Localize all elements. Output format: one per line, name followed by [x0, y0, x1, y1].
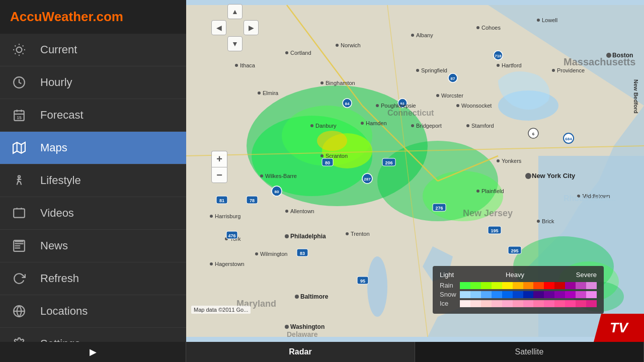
svg-point-35 [317, 131, 347, 151]
svg-text:Cohoes: Cohoes [481, 25, 501, 31]
svg-point-109 [346, 232, 349, 235]
snow-bar [460, 291, 597, 298]
svg-text:Wilkes-Barre: Wilkes-Barre [265, 173, 297, 179]
svg-point-97 [525, 173, 531, 179]
svg-text:Massachusetts: Massachusetts [564, 56, 635, 67]
svg-point-67 [320, 81, 324, 84]
svg-point-57 [336, 44, 339, 47]
svg-point-63 [537, 19, 540, 22]
sidebar-item-current[interactable]: Current [0, 34, 186, 66]
bottom-tabs: RadarSatellite [186, 342, 644, 362]
svg-text:Springfield: Springfield [421, 67, 447, 73]
svg-rect-19 [14, 209, 25, 217]
svg-text:15: 15 [17, 115, 22, 120]
rain-bar [460, 282, 597, 289]
ice-bar [460, 300, 597, 307]
svg-point-121 [285, 325, 289, 329]
running-icon [10, 171, 28, 190]
svg-text:Providence: Providence [557, 67, 585, 73]
svg-text:476: 476 [228, 233, 235, 238]
svg-text:Lowell: Lowell [542, 17, 557, 23]
sidebar-item-label-lifestyle: Lifestyle [40, 174, 81, 187]
svg-point-95 [497, 159, 500, 162]
svg-point-117 [210, 262, 213, 265]
svg-line-4 [23, 53, 24, 54]
sun-icon [10, 41, 28, 59]
sidebar: AccuWeather.com CurrentHourly15ForecastM… [0, 0, 186, 342]
zoom-out-button[interactable]: − [211, 167, 227, 183]
svg-text:195: 195 [491, 228, 498, 233]
sidebar-item-refresh[interactable]: Refresh [0, 262, 186, 295]
nav-down-button[interactable]: ▼ [227, 36, 243, 51]
svg-text:Philadelphia: Philadelphia [290, 233, 326, 240]
svg-point-53 [235, 64, 238, 67]
legend: Light Heavy Severe Rain [433, 266, 604, 314]
svg-point-91 [260, 174, 263, 177]
svg-text:Allentown: Allentown [290, 208, 314, 214]
svg-text:295: 295 [511, 248, 518, 253]
nav-left-button[interactable]: ◀ [211, 20, 226, 35]
svg-line-3 [15, 46, 16, 47]
nav-items: CurrentHourly15ForecastMapsLifestyleVide… [0, 34, 186, 360]
sidebar-item-news[interactable]: News [0, 230, 186, 262]
svg-point-61 [476, 26, 479, 29]
sidebar-item-label-forecast: Forecast [40, 109, 84, 122]
svg-text:Brick: Brick [542, 218, 554, 224]
sidebar-item-hourly[interactable]: Hourly [0, 66, 186, 99]
map-credit: Map data ©2011 Go... [191, 306, 251, 314]
satellite-icon [10, 139, 28, 157]
svg-point-111 [537, 220, 540, 223]
tab-satellite[interactable]: Satellite [415, 342, 644, 362]
play-button[interactable]: ▶ [0, 342, 186, 362]
svg-line-8 [23, 46, 24, 47]
legend-rain-row: Rain [440, 282, 597, 289]
svg-point-119 [295, 295, 299, 299]
svg-text:87: 87 [451, 76, 455, 81]
svg-point-18 [18, 175, 20, 177]
svg-point-73 [552, 69, 555, 72]
svg-text:276: 276 [435, 206, 443, 211]
svg-point-71 [497, 64, 500, 67]
legend-severe-label: Severe [576, 271, 597, 279]
sidebar-item-videos[interactable]: Videos [0, 197, 186, 230]
svg-text:718: 718 [495, 54, 502, 58]
svg-point-79 [436, 94, 439, 97]
svg-point-69 [416, 69, 419, 72]
svg-text:Trenton: Trenton [351, 231, 370, 237]
svg-text:Washington: Washington [290, 323, 325, 330]
svg-text:Cortland: Cortland [290, 50, 311, 56]
svg-text:New Jersey: New Jersey [463, 208, 513, 218]
svg-point-105 [285, 210, 288, 213]
sidebar-item-forecast[interactable]: 15Forecast [0, 99, 186, 132]
sidebar-item-maps[interactable]: Maps [0, 132, 186, 164]
refresh-icon [10, 269, 28, 288]
svg-text:Delaware: Delaware [287, 330, 318, 338]
nav-up-button[interactable]: ▲ [227, 4, 243, 19]
sidebar-item-locations[interactable]: Locations [0, 295, 186, 328]
svg-point-87 [411, 124, 414, 127]
sidebar-item-lifestyle[interactable]: Lifestyle [0, 164, 186, 197]
svg-point-103 [210, 215, 213, 218]
svg-point-0 [17, 47, 22, 53]
snow-label: Snow [440, 291, 456, 298]
svg-point-77 [376, 104, 379, 107]
bottom-bar: ▶ RadarSatellite [0, 342, 644, 362]
play-icon: ▶ [90, 346, 97, 357]
calendar-icon: 15 [10, 106, 28, 124]
logo-main: AccuWeather [10, 9, 93, 24]
svg-point-28 [367, 256, 387, 317]
svg-text:80: 80 [325, 160, 330, 165]
map-navigation: ▲ ◀ ▶ ▼ [211, 4, 259, 51]
clock-icon [10, 73, 28, 92]
legend-ice-row: Ice [440, 300, 597, 307]
legend-light-label: Light [440, 271, 454, 279]
svg-text:95: 95 [360, 279, 365, 284]
svg-text:78: 78 [250, 198, 255, 203]
svg-text:Hagerstown: Hagerstown [215, 261, 245, 267]
tab-radar[interactable]: Radar [186, 342, 415, 362]
globe-icon [10, 302, 28, 320]
svg-text:287: 287 [364, 177, 371, 182]
zoom-in-button[interactable]: + [211, 151, 227, 167]
svg-text:Hartford: Hartford [502, 62, 522, 68]
nav-right-button[interactable]: ▶ [244, 20, 259, 35]
